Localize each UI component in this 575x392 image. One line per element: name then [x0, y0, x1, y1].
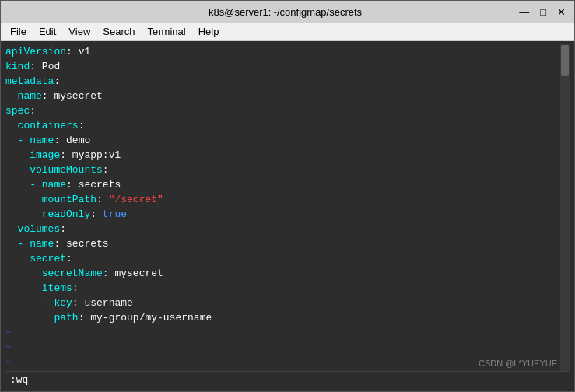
code-line-13: - name: secrets	[5, 236, 570, 251]
code-line-16: items:	[5, 281, 570, 296]
code-line-15: secretName: mysecret	[5, 266, 570, 281]
title-bar: k8s@server1:~/configmap/secrets — □ ✕	[1, 1, 574, 23]
code-line-5: containers:	[5, 118, 570, 133]
minimize-button[interactable]: —	[517, 6, 531, 18]
menu-help[interactable]: Help	[192, 24, 226, 39]
code-line-12: volumes:	[5, 222, 570, 236]
code-line-0: apiVersion: v1	[5, 44, 570, 59]
code-line-17: - key: username	[5, 296, 570, 310]
menu-edit[interactable]: Edit	[33, 24, 62, 39]
terminal-window: k8s@server1:~/configmap/secrets — □ ✕ Fi…	[0, 0, 575, 392]
code-line-1: kind: Pod	[5, 59, 570, 74]
window-title: k8s@server1:~/configmap/secrets	[54, 6, 517, 18]
tilde-line-1: ~	[5, 340, 570, 355]
code-line-9: - name: secrets	[5, 177, 570, 192]
window-controls: — □ ✕	[517, 6, 568, 18]
code-line-6: - name: demo	[5, 133, 570, 148]
code-line-14: secret:	[5, 251, 570, 266]
menu-bar: File Edit View Search Terminal Help	[1, 23, 574, 41]
menu-file[interactable]: File	[4, 24, 33, 39]
code-line-8: volumeMounts:	[5, 163, 570, 177]
close-button[interactable]: ✕	[555, 6, 568, 18]
code-line-11: readOnly: true	[5, 207, 570, 222]
maximize-button[interactable]: □	[538, 6, 549, 18]
vim-command: :wq	[10, 374, 28, 386]
terminal-body[interactable]: apiVersion: v1kind: Podmetadata: name: m…	[1, 41, 574, 391]
code-line-7: image: myapp:v1	[5, 148, 570, 163]
scrollbar[interactable]	[560, 44, 570, 371]
content-area: apiVersion: v1kind: Podmetadata: name: m…	[5, 44, 570, 371]
menu-search[interactable]: Search	[96, 24, 141, 39]
watermark: CSDN @L*YUEYUE	[479, 359, 557, 368]
menu-terminal[interactable]: Terminal	[142, 24, 192, 39]
code-line-18: path: my-group/my-username	[5, 310, 570, 325]
tilde-line-0: ~	[5, 325, 570, 340]
scrollbar-thumb	[561, 45, 569, 76]
code-line-4: spec:	[5, 103, 570, 118]
code-line-3: name: mysecret	[5, 89, 570, 103]
code-line-2: metadata:	[5, 74, 570, 89]
code-line-10: mountPath: "/secret"	[5, 192, 570, 207]
menu-view[interactable]: View	[62, 24, 96, 39]
status-bar: :wq	[5, 371, 570, 388]
tilde-line-3: ~	[5, 369, 570, 371]
code-container: apiVersion: v1kind: Podmetadata: name: m…	[5, 44, 570, 325]
